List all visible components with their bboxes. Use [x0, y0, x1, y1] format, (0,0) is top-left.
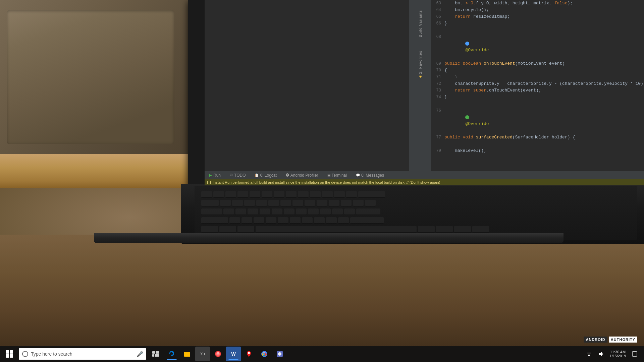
app-99plus-icon[interactable]: 99+	[195, 347, 210, 361]
taskbar: Type here to search 🎤	[0, 346, 644, 362]
run-icon: ▶	[209, 173, 212, 177]
svg-rect-0	[152, 351, 155, 354]
code-line-71: 71 \	[431, 74, 644, 80]
build-variants-tab[interactable]: Build Variants	[418, 10, 422, 37]
code-line-63: 63 bm. < 0.f y 0, width, height, matrix,…	[431, 0, 644, 7]
watermark-authority: AUTHORITY	[609, 337, 637, 343]
maps-icon[interactable]	[241, 347, 256, 361]
microphone-icon[interactable]: 🎤	[137, 351, 143, 357]
code-line-72: 72 characterSprite.y = characterSprite.y…	[431, 80, 644, 87]
code-line-79: 79 makeLevel();	[431, 147, 644, 154]
svg-rect-3	[155, 354, 159, 357]
network-tray-icon[interactable]	[584, 347, 594, 361]
search-placeholder-text: Type here to search	[31, 351, 134, 357]
code-line-74: 74 }	[431, 94, 644, 101]
keyboard-area	[195, 186, 637, 240]
code-line-64: 64 bm.recycle();	[431, 7, 644, 13]
svg-marker-20	[599, 352, 602, 356]
code-line-empty-80	[431, 154, 644, 161]
system-tray: 11:30 AM1/15/2019	[584, 347, 643, 361]
edge-icon[interactable]	[164, 347, 179, 361]
extra-app-icon[interactable]	[272, 347, 287, 361]
code-line-empty-67	[431, 27, 644, 34]
svg-rect-1	[156, 351, 159, 354]
run-tab[interactable]: ▶ Run	[207, 172, 223, 178]
code-line-65: 65 return resizedBitmap;	[431, 13, 644, 20]
volume-tray-icon[interactable]	[596, 347, 606, 361]
code-line-68: 68 @Override	[431, 34, 644, 60]
taskbar-items: 99+ W	[164, 347, 584, 361]
task-view-button[interactable]	[148, 347, 163, 361]
terminal-tab[interactable]: ▣ Terminal	[325, 172, 349, 178]
messages-tab[interactable]: 💬 0: Messages	[354, 172, 386, 178]
svg-rect-21	[632, 352, 637, 356]
word-icon[interactable]: W	[226, 347, 241, 361]
watermark: ANDROID AUTHORITY	[584, 337, 637, 343]
svg-point-9	[217, 352, 219, 354]
code-line-empty-81	[431, 161, 644, 168]
svg-rect-17	[588, 355, 590, 356]
sofa-area	[0, 0, 195, 174]
star-icon: ★	[418, 74, 423, 79]
notifications-tray-icon[interactable]	[629, 347, 640, 361]
instant-run-bar: Instant Run performed a full build and i…	[205, 179, 644, 185]
profiler-tab[interactable]: 🅐 Android Profiler	[284, 172, 320, 178]
code-line-69: 69 public boolean onTouchEvent(MotionEve…	[431, 60, 644, 67]
search-box[interactable]: Type here to search 🎤	[19, 348, 146, 360]
watermark-android: ANDROID	[584, 337, 607, 343]
ide-bottom-bar: ▶ Run ☑ TODO 📋 6: Logcat 🅐 Android Profi…	[205, 171, 644, 179]
logcat-icon: 📋	[255, 173, 259, 177]
messages-icon: 💬	[356, 173, 360, 177]
code-line-66: 66 }	[431, 20, 644, 27]
ide-screen: Build Variants ★ 2: Favorites 63 bm. < 0…	[205, 0, 644, 178]
todo-icon: ☑	[230, 173, 233, 177]
code-line-73: 73 return super.onTouchEvent(event);	[431, 87, 644, 94]
chrome-icon[interactable]	[257, 347, 272, 361]
instant-run-icon	[207, 181, 211, 184]
instant-run-message: Instant Run performed a full build and i…	[213, 180, 440, 184]
svg-rect-18	[587, 354, 591, 354]
favorites-tab[interactable]: ★ 2: Favorites	[417, 51, 423, 79]
svg-point-11	[248, 352, 250, 354]
windows-logo	[6, 350, 13, 358]
terminal-icon: ▣	[327, 173, 330, 177]
svg-rect-6	[184, 353, 187, 353]
svg-point-16	[278, 352, 281, 356]
word-active-bar	[228, 359, 238, 360]
code-line-70: 70 {	[431, 67, 644, 74]
search-icon	[22, 351, 28, 357]
profiler-icon: 🅐	[286, 173, 289, 177]
edge-active-bar	[167, 359, 177, 360]
code-line-76: 76 @Override	[431, 107, 644, 134]
svg-rect-2	[152, 354, 154, 357]
desk-surface	[0, 235, 644, 362]
svg-point-14	[263, 353, 265, 355]
code-line-77: 77 public void surfaceCreated(SurfaceHol…	[431, 134, 644, 141]
svg-rect-19	[587, 353, 591, 353]
logcat-tab[interactable]: 📋 6: Logcat	[253, 172, 278, 178]
code-line-empty-82	[431, 168, 644, 171]
code-line-empty-75	[431, 101, 644, 107]
task-view-icon	[152, 351, 159, 357]
code-line-empty-78	[431, 141, 644, 147]
paint-app-icon[interactable]	[211, 347, 225, 361]
sofa-cushion	[7, 10, 174, 144]
start-button[interactable]	[1, 346, 17, 362]
ide-sidebar: Build Variants ★ 2: Favorites	[409, 0, 431, 178]
file-explorer-icon[interactable]	[180, 347, 195, 361]
clock-tray-icon[interactable]: 11:30 AM1/15/2019	[608, 347, 628, 361]
laptop-bottom-edge	[94, 233, 564, 243]
todo-tab[interactable]: ☑ TODO	[228, 172, 248, 178]
code-editor[interactable]: 63 bm. < 0.f y 0, width, height, matrix,…	[431, 0, 644, 171]
